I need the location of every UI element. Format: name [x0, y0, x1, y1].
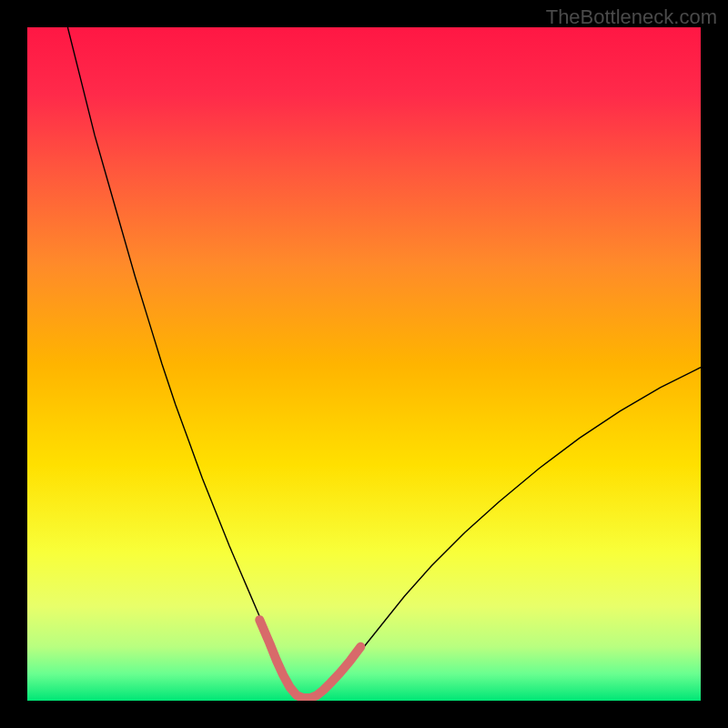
- chart-container: TheBottleneck.com: [0, 0, 728, 728]
- gradient-background: [27, 27, 701, 701]
- watermark-text: TheBottleneck.com: [546, 5, 717, 29]
- plot-svg: [27, 27, 701, 701]
- plot-area: [27, 27, 701, 701]
